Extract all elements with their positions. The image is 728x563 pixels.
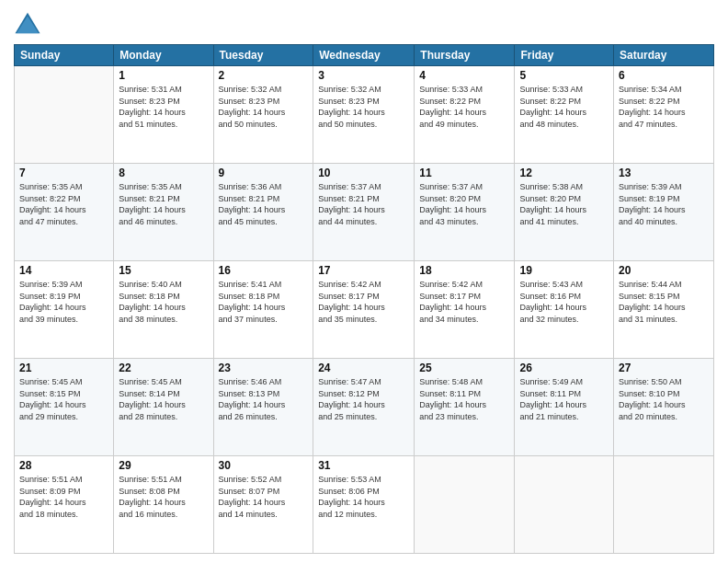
day-cell: 5Sunrise: 5:33 AM Sunset: 8:22 PM Daylig… bbox=[515, 66, 614, 164]
header-day-friday: Friday bbox=[515, 45, 614, 66]
day-cell: 29Sunrise: 5:51 AM Sunset: 8:08 PM Dayli… bbox=[114, 456, 213, 554]
day-info: Sunrise: 5:37 AM Sunset: 8:20 PM Dayligh… bbox=[419, 181, 509, 227]
day-info: Sunrise: 5:32 AM Sunset: 8:23 PM Dayligh… bbox=[318, 84, 409, 130]
day-number: 23 bbox=[219, 362, 309, 374]
day-info: Sunrise: 5:33 AM Sunset: 8:22 PM Dayligh… bbox=[419, 84, 509, 130]
day-cell: 25Sunrise: 5:48 AM Sunset: 8:11 PM Dayli… bbox=[415, 359, 515, 456]
day-cell: 26Sunrise: 5:49 AM Sunset: 8:11 PM Dayli… bbox=[515, 359, 614, 456]
header-day-monday: Monday bbox=[114, 45, 213, 66]
day-info: Sunrise: 5:36 AM Sunset: 8:21 PM Dayligh… bbox=[219, 181, 309, 227]
day-info: Sunrise: 5:48 AM Sunset: 8:11 PM Dayligh… bbox=[419, 376, 509, 422]
week-row-4: 21Sunrise: 5:45 AM Sunset: 8:15 PM Dayli… bbox=[15, 359, 714, 456]
day-info: Sunrise: 5:33 AM Sunset: 8:22 PM Dayligh… bbox=[519, 84, 609, 130]
day-cell: 30Sunrise: 5:52 AM Sunset: 8:07 PM Dayli… bbox=[213, 456, 313, 554]
day-number: 31 bbox=[318, 459, 409, 472]
day-number: 4 bbox=[419, 69, 509, 82]
day-info: Sunrise: 5:38 AM Sunset: 8:20 PM Dayligh… bbox=[519, 181, 609, 227]
day-info: Sunrise: 5:51 AM Sunset: 8:09 PM Dayligh… bbox=[19, 474, 108, 520]
day-cell: 1Sunrise: 5:31 AM Sunset: 8:23 PM Daylig… bbox=[114, 66, 213, 164]
logo-icon bbox=[14, 9, 41, 37]
day-number: 6 bbox=[619, 69, 709, 82]
day-cell bbox=[614, 456, 714, 554]
day-number: 17 bbox=[318, 264, 409, 277]
day-number: 24 bbox=[318, 362, 409, 374]
day-cell: 4Sunrise: 5:33 AM Sunset: 8:22 PM Daylig… bbox=[415, 66, 515, 164]
day-number: 16 bbox=[219, 264, 309, 277]
day-number: 10 bbox=[318, 167, 409, 179]
day-cell: 8Sunrise: 5:35 AM Sunset: 8:21 PM Daylig… bbox=[114, 164, 213, 261]
day-info: Sunrise: 5:44 AM Sunset: 8:15 PM Dayligh… bbox=[619, 279, 709, 325]
day-info: Sunrise: 5:47 AM Sunset: 8:12 PM Dayligh… bbox=[318, 376, 409, 422]
day-info: Sunrise: 5:32 AM Sunset: 8:23 PM Dayligh… bbox=[219, 84, 309, 130]
header-day-sunday: Sunday bbox=[15, 45, 114, 66]
day-number: 26 bbox=[519, 362, 609, 374]
day-info: Sunrise: 5:35 AM Sunset: 8:22 PM Dayligh… bbox=[19, 181, 108, 227]
day-info: Sunrise: 5:34 AM Sunset: 8:22 PM Dayligh… bbox=[619, 84, 709, 130]
day-number: 30 bbox=[219, 459, 309, 472]
day-cell bbox=[515, 456, 614, 554]
day-cell: 12Sunrise: 5:38 AM Sunset: 8:20 PM Dayli… bbox=[515, 164, 614, 261]
day-info: Sunrise: 5:40 AM Sunset: 8:18 PM Dayligh… bbox=[119, 279, 208, 325]
day-cell: 2Sunrise: 5:32 AM Sunset: 8:23 PM Daylig… bbox=[213, 66, 313, 164]
day-number: 11 bbox=[419, 167, 509, 179]
calendar: SundayMondayTuesdayWednesdayThursdayFrid… bbox=[14, 44, 714, 554]
day-cell: 11Sunrise: 5:37 AM Sunset: 8:20 PM Dayli… bbox=[415, 164, 515, 261]
day-cell: 9Sunrise: 5:36 AM Sunset: 8:21 PM Daylig… bbox=[213, 164, 313, 261]
day-info: Sunrise: 5:46 AM Sunset: 8:13 PM Dayligh… bbox=[219, 376, 309, 422]
day-number: 2 bbox=[219, 69, 309, 82]
day-info: Sunrise: 5:37 AM Sunset: 8:21 PM Dayligh… bbox=[318, 181, 409, 227]
day-number: 28 bbox=[19, 459, 108, 472]
day-cell: 21Sunrise: 5:45 AM Sunset: 8:15 PM Dayli… bbox=[15, 359, 114, 456]
day-cell: 19Sunrise: 5:43 AM Sunset: 8:16 PM Dayli… bbox=[515, 261, 614, 359]
day-number: 8 bbox=[119, 167, 208, 179]
week-row-5: 28Sunrise: 5:51 AM Sunset: 8:09 PM Dayli… bbox=[15, 456, 714, 554]
header-row: SundayMondayTuesdayWednesdayThursdayFrid… bbox=[15, 45, 714, 66]
day-cell: 17Sunrise: 5:42 AM Sunset: 8:17 PM Dayli… bbox=[313, 261, 415, 359]
page: SundayMondayTuesdayWednesdayThursdayFrid… bbox=[0, 0, 728, 563]
week-row-3: 14Sunrise: 5:39 AM Sunset: 8:19 PM Dayli… bbox=[15, 261, 714, 359]
day-number: 14 bbox=[19, 264, 108, 277]
day-info: Sunrise: 5:49 AM Sunset: 8:11 PM Dayligh… bbox=[519, 376, 609, 422]
week-row-1: 1Sunrise: 5:31 AM Sunset: 8:23 PM Daylig… bbox=[15, 66, 714, 164]
day-number: 13 bbox=[619, 167, 709, 179]
day-cell: 10Sunrise: 5:37 AM Sunset: 8:21 PM Dayli… bbox=[313, 164, 415, 261]
day-info: Sunrise: 5:39 AM Sunset: 8:19 PM Dayligh… bbox=[19, 279, 108, 325]
day-info: Sunrise: 5:51 AM Sunset: 8:08 PM Dayligh… bbox=[119, 474, 208, 520]
day-cell: 22Sunrise: 5:45 AM Sunset: 8:14 PM Dayli… bbox=[114, 359, 213, 456]
day-number: 5 bbox=[519, 69, 609, 82]
day-number: 12 bbox=[519, 167, 609, 179]
day-cell: 28Sunrise: 5:51 AM Sunset: 8:09 PM Dayli… bbox=[15, 456, 114, 554]
day-cell: 20Sunrise: 5:44 AM Sunset: 8:15 PM Dayli… bbox=[614, 261, 714, 359]
day-cell: 18Sunrise: 5:42 AM Sunset: 8:17 PM Dayli… bbox=[415, 261, 515, 359]
day-info: Sunrise: 5:43 AM Sunset: 8:16 PM Dayligh… bbox=[519, 279, 609, 325]
day-cell: 6Sunrise: 5:34 AM Sunset: 8:22 PM Daylig… bbox=[614, 66, 714, 164]
day-cell: 27Sunrise: 5:50 AM Sunset: 8:10 PM Dayli… bbox=[614, 359, 714, 456]
day-number: 25 bbox=[419, 362, 509, 374]
day-info: Sunrise: 5:50 AM Sunset: 8:10 PM Dayligh… bbox=[619, 376, 709, 422]
day-number: 29 bbox=[119, 459, 208, 472]
day-cell: 7Sunrise: 5:35 AM Sunset: 8:22 PM Daylig… bbox=[15, 164, 114, 261]
day-cell: 14Sunrise: 5:39 AM Sunset: 8:19 PM Dayli… bbox=[15, 261, 114, 359]
day-info: Sunrise: 5:41 AM Sunset: 8:18 PM Dayligh… bbox=[219, 279, 309, 325]
day-number: 19 bbox=[519, 264, 609, 277]
day-number: 1 bbox=[119, 69, 208, 82]
day-cell: 13Sunrise: 5:39 AM Sunset: 8:19 PM Dayli… bbox=[614, 164, 714, 261]
day-info: Sunrise: 5:39 AM Sunset: 8:19 PM Dayligh… bbox=[619, 181, 709, 227]
day-cell: 15Sunrise: 5:40 AM Sunset: 8:18 PM Dayli… bbox=[114, 261, 213, 359]
day-info: Sunrise: 5:45 AM Sunset: 8:15 PM Dayligh… bbox=[19, 376, 108, 422]
logo bbox=[14, 9, 45, 37]
header-day-thursday: Thursday bbox=[415, 45, 515, 66]
day-number: 7 bbox=[19, 167, 108, 179]
day-info: Sunrise: 5:31 AM Sunset: 8:23 PM Dayligh… bbox=[119, 84, 208, 130]
header bbox=[14, 9, 714, 37]
day-number: 9 bbox=[219, 167, 309, 179]
day-info: Sunrise: 5:42 AM Sunset: 8:17 PM Dayligh… bbox=[318, 279, 409, 325]
day-number: 15 bbox=[119, 264, 208, 277]
day-number: 3 bbox=[318, 69, 409, 82]
day-cell: 31Sunrise: 5:53 AM Sunset: 8:06 PM Dayli… bbox=[313, 456, 415, 554]
header-day-saturday: Saturday bbox=[614, 45, 714, 66]
day-cell bbox=[415, 456, 515, 554]
day-info: Sunrise: 5:42 AM Sunset: 8:17 PM Dayligh… bbox=[419, 279, 509, 325]
day-number: 18 bbox=[419, 264, 509, 277]
day-info: Sunrise: 5:45 AM Sunset: 8:14 PM Dayligh… bbox=[119, 376, 208, 422]
